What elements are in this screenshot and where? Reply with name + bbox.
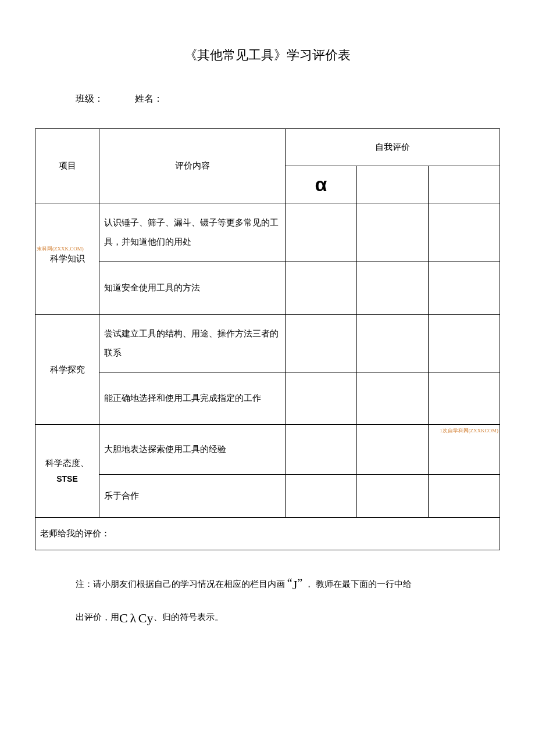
eval-1-2-a[interactable] bbox=[286, 261, 357, 315]
eval-3-1-c[interactable]: 1次自学科网(ZXXKCOM) bbox=[429, 425, 500, 475]
alpha-symbol: α bbox=[315, 173, 327, 195]
note-symbol-j: J bbox=[293, 578, 298, 592]
eval-3-1-b[interactable] bbox=[357, 425, 429, 475]
note-part2: 教师在最下面的一行中给 bbox=[316, 579, 412, 589]
eval-3-2-c[interactable] bbox=[429, 475, 500, 518]
teacher-evaluation[interactable]: 老师给我的评价： bbox=[35, 518, 500, 550]
eval-3-1-a[interactable] bbox=[286, 425, 357, 475]
header-project: 项目 bbox=[35, 129, 99, 203]
project-3-line2: STSE bbox=[56, 474, 78, 483]
info-row: 班级： 姓名： bbox=[76, 93, 500, 105]
eval-2-1-b[interactable] bbox=[357, 315, 429, 372]
note-symbol-c1: C bbox=[119, 611, 128, 625]
note-quote-close: ” bbox=[297, 576, 302, 589]
eval-2-2-c[interactable] bbox=[429, 372, 500, 425]
eval-1-2-b[interactable] bbox=[357, 261, 429, 315]
eval-2-1-c[interactable] bbox=[429, 315, 500, 372]
header-self-eval: 自我评价 bbox=[286, 129, 500, 166]
project-1-label: 科学知识 bbox=[50, 254, 85, 263]
eval-col-3 bbox=[429, 166, 500, 203]
eval-3-2-b[interactable] bbox=[357, 475, 429, 518]
evaluation-table: 项目 评价内容 自我评价 α 末科网(ZXXK.COM) 科学知识 认识锤子、筛… bbox=[35, 128, 500, 550]
note-part1: 注：请小朋友们根据自己的学习情况在相应的栏目内画 bbox=[76, 579, 285, 589]
eval-1-1-c[interactable] bbox=[429, 203, 500, 261]
eval-1-1-a[interactable] bbox=[286, 203, 357, 261]
eval-col-2 bbox=[357, 166, 429, 203]
eval-col-1: α bbox=[286, 166, 357, 203]
content-3-1: 大胆地表达探索使用工具的经验 bbox=[99, 425, 286, 475]
watermark-1: 末科网(ZXXK.COM) bbox=[37, 244, 84, 253]
watermark-2: 1次自学科网(ZXXKCOM) bbox=[440, 427, 498, 435]
note-part4: 、归的符号表示。 bbox=[154, 612, 223, 622]
note-quote-open: “ bbox=[287, 576, 293, 589]
project-2: 科学探究 bbox=[35, 315, 99, 425]
project-3-line1: 科学态度、 bbox=[45, 458, 89, 468]
project-3: 科学态度、 STSE bbox=[35, 425, 99, 518]
name-label: 姓名： bbox=[135, 93, 163, 105]
content-1-1: 认识锤子、筛子、漏斗、镊子等更多常见的工具，并知道他们的用处 bbox=[99, 203, 286, 261]
note-comma: ， bbox=[305, 579, 313, 589]
eval-2-1-a[interactable] bbox=[286, 315, 357, 372]
note-symbol-cy: Cy bbox=[138, 611, 154, 625]
content-2-2: 能正确地选择和使用工具完成指定的工作 bbox=[99, 372, 286, 425]
content-2-1: 尝试建立工具的结构、用途、操作方法三者的联系 bbox=[99, 315, 286, 372]
eval-1-1-b[interactable] bbox=[357, 203, 429, 261]
note-symbol-lambda: λ bbox=[130, 611, 136, 625]
class-label: 班级： bbox=[76, 93, 104, 105]
eval-2-2-b[interactable] bbox=[357, 372, 429, 425]
note-part3: 出评价，用 bbox=[76, 612, 119, 622]
content-1-2: 知道安全使用工具的方法 bbox=[99, 261, 286, 315]
page-title: 《其他常见工具》学习评价表 bbox=[35, 46, 500, 64]
content-3-2: 乐于合作 bbox=[99, 475, 286, 518]
eval-2-2-a[interactable] bbox=[286, 372, 357, 425]
header-content: 评价内容 bbox=[99, 129, 286, 203]
eval-3-2-a[interactable] bbox=[286, 475, 357, 518]
eval-1-2-c[interactable] bbox=[429, 261, 500, 315]
project-1: 末科网(ZXXK.COM) 科学知识 bbox=[35, 203, 99, 315]
note-text: 注：请小朋友们根据自己的学习情况在相应的栏目内画 “J” ， 教师在最下面的一行… bbox=[76, 568, 500, 635]
